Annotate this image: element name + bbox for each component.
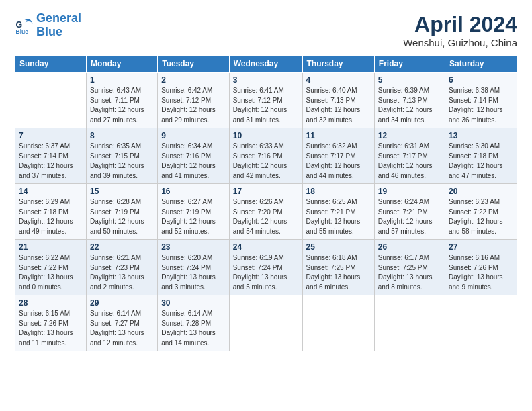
day-info: Sunrise: 6:31 AMSunset: 7:17 PMDaylight:… <box>378 142 441 181</box>
day-info: Sunrise: 6:28 AMSunset: 7:19 PMDaylight:… <box>90 197 154 236</box>
day-number: 6 <box>449 75 513 85</box>
calendar-cell: 8Sunrise: 6:35 AMSunset: 7:15 PMDaylight… <box>86 128 157 184</box>
calendar-week-row: 14Sunrise: 6:29 AMSunset: 7:18 PMDayligh… <box>15 184 517 240</box>
day-info: Sunrise: 6:21 AMSunset: 7:23 PMDaylight:… <box>90 253 154 292</box>
calendar-cell: 19Sunrise: 6:24 AMSunset: 7:21 PMDayligh… <box>374 184 445 240</box>
calendar-cell: 9Sunrise: 6:34 AMSunset: 7:16 PMDaylight… <box>158 128 230 184</box>
day-info: Sunrise: 6:24 AMSunset: 7:21 PMDaylight:… <box>378 197 441 236</box>
day-info: Sunrise: 6:35 AMSunset: 7:15 PMDaylight:… <box>90 142 154 181</box>
logo: G Blue GeneralBlue <box>15 12 81 39</box>
calendar-cell: 2Sunrise: 6:42 AMSunset: 7:12 PMDaylight… <box>158 73 230 128</box>
day-number: 10 <box>233 131 299 140</box>
day-number: 20 <box>449 187 513 196</box>
svg-text:Blue: Blue <box>16 28 29 34</box>
calendar-cell: 10Sunrise: 6:33 AMSunset: 7:16 PMDayligh… <box>229 128 302 184</box>
day-info: Sunrise: 6:34 AMSunset: 7:16 PMDaylight:… <box>161 142 226 181</box>
calendar-cell: 5Sunrise: 6:39 AMSunset: 7:13 PMDaylight… <box>374 73 445 128</box>
calendar-cell: 20Sunrise: 6:23 AMSunset: 7:22 PMDayligh… <box>445 184 517 240</box>
day-info: Sunrise: 6:42 AMSunset: 7:12 PMDaylight:… <box>161 86 226 125</box>
day-info: Sunrise: 6:39 AMSunset: 7:13 PMDaylight:… <box>378 86 441 125</box>
page: G Blue GeneralBlue April 2024 Wenshui, G… <box>0 0 532 411</box>
weekday-header: Friday <box>374 56 445 73</box>
calendar-cell: 24Sunrise: 6:19 AMSunset: 7:24 PMDayligh… <box>229 240 302 295</box>
main-title: April 2024 <box>403 12 517 37</box>
day-info: Sunrise: 6:25 AMSunset: 7:21 PMDaylight:… <box>306 197 371 236</box>
calendar-cell: 30Sunrise: 6:14 AMSunset: 7:28 PMDayligh… <box>158 295 230 351</box>
weekday-header: Sunday <box>15 56 87 73</box>
day-number: 5 <box>378 75 441 85</box>
day-number: 22 <box>90 242 154 252</box>
day-info: Sunrise: 6:30 AMSunset: 7:18 PMDaylight:… <box>449 142 513 181</box>
calendar-cell: 29Sunrise: 6:14 AMSunset: 7:27 PMDayligh… <box>86 295 157 351</box>
day-info: Sunrise: 6:14 AMSunset: 7:27 PMDaylight:… <box>90 309 154 348</box>
calendar-cell <box>445 295 517 351</box>
calendar-cell: 1Sunrise: 6:43 AMSunset: 7:11 PMDaylight… <box>86 73 157 128</box>
day-info: Sunrise: 6:33 AMSunset: 7:16 PMDaylight:… <box>233 142 299 181</box>
logo-text: GeneralBlue <box>36 12 81 39</box>
day-info: Sunrise: 6:43 AMSunset: 7:11 PMDaylight:… <box>90 86 154 125</box>
day-number: 27 <box>449 242 513 252</box>
calendar-cell: 18Sunrise: 6:25 AMSunset: 7:21 PMDayligh… <box>302 184 374 240</box>
day-info: Sunrise: 6:17 AMSunset: 7:25 PMDaylight:… <box>378 253 441 292</box>
day-info: Sunrise: 6:23 AMSunset: 7:22 PMDaylight:… <box>449 197 513 236</box>
calendar-week-row: 1Sunrise: 6:43 AMSunset: 7:11 PMDaylight… <box>15 73 517 128</box>
day-number: 4 <box>306 75 371 85</box>
day-number: 1 <box>90 75 154 85</box>
day-info: Sunrise: 6:26 AMSunset: 7:20 PMDaylight:… <box>233 197 299 236</box>
calendar-cell: 27Sunrise: 6:16 AMSunset: 7:26 PMDayligh… <box>445 240 517 295</box>
day-info: Sunrise: 6:20 AMSunset: 7:24 PMDaylight:… <box>161 253 226 292</box>
day-number: 16 <box>161 187 226 196</box>
calendar-cell: 26Sunrise: 6:17 AMSunset: 7:25 PMDayligh… <box>374 240 445 295</box>
day-number: 15 <box>90 187 154 196</box>
day-info: Sunrise: 6:14 AMSunset: 7:28 PMDaylight:… <box>161 309 226 348</box>
day-number: 24 <box>233 242 299 252</box>
calendar-cell: 14Sunrise: 6:29 AMSunset: 7:18 PMDayligh… <box>15 184 87 240</box>
day-number: 2 <box>161 75 226 85</box>
calendar-cell <box>374 295 445 351</box>
weekday-header: Tuesday <box>158 56 230 73</box>
day-number: 9 <box>161 131 226 140</box>
day-number: 17 <box>233 187 299 196</box>
day-number: 30 <box>161 298 226 308</box>
day-number: 26 <box>378 242 441 252</box>
day-info: Sunrise: 6:18 AMSunset: 7:25 PMDaylight:… <box>306 253 371 292</box>
calendar-cell: 16Sunrise: 6:27 AMSunset: 7:19 PMDayligh… <box>158 184 230 240</box>
calendar-cell: 17Sunrise: 6:26 AMSunset: 7:20 PMDayligh… <box>229 184 302 240</box>
day-info: Sunrise: 6:29 AMSunset: 7:18 PMDaylight:… <box>19 197 83 236</box>
day-info: Sunrise: 6:16 AMSunset: 7:26 PMDaylight:… <box>449 253 513 292</box>
calendar-cell: 15Sunrise: 6:28 AMSunset: 7:19 PMDayligh… <box>86 184 157 240</box>
day-number: 11 <box>306 131 371 140</box>
day-info: Sunrise: 6:27 AMSunset: 7:19 PMDaylight:… <box>161 197 226 236</box>
weekday-header: Thursday <box>302 56 374 73</box>
day-info: Sunrise: 6:37 AMSunset: 7:14 PMDaylight:… <box>19 142 83 181</box>
day-number: 18 <box>306 187 371 196</box>
calendar-cell: 4Sunrise: 6:40 AMSunset: 7:13 PMDaylight… <box>302 73 374 128</box>
day-info: Sunrise: 6:41 AMSunset: 7:12 PMDaylight:… <box>233 86 299 125</box>
day-info: Sunrise: 6:15 AMSunset: 7:26 PMDaylight:… <box>19 309 83 348</box>
calendar-week-row: 28Sunrise: 6:15 AMSunset: 7:26 PMDayligh… <box>15 295 517 351</box>
calendar-cell: 25Sunrise: 6:18 AMSunset: 7:25 PMDayligh… <box>302 240 374 295</box>
calendar-cell: 7Sunrise: 6:37 AMSunset: 7:14 PMDaylight… <box>15 128 87 184</box>
day-number: 14 <box>19 187 83 196</box>
calendar-cell: 6Sunrise: 6:38 AMSunset: 7:14 PMDaylight… <box>445 73 517 128</box>
calendar-week-row: 21Sunrise: 6:22 AMSunset: 7:22 PMDayligh… <box>15 240 517 295</box>
day-number: 13 <box>449 131 513 140</box>
day-number: 21 <box>19 242 83 252</box>
day-number: 23 <box>161 242 226 252</box>
calendar-cell: 23Sunrise: 6:20 AMSunset: 7:24 PMDayligh… <box>158 240 230 295</box>
day-number: 3 <box>233 75 299 85</box>
day-number: 7 <box>19 131 83 140</box>
calendar-cell: 13Sunrise: 6:30 AMSunset: 7:18 PMDayligh… <box>445 128 517 184</box>
day-info: Sunrise: 6:40 AMSunset: 7:13 PMDaylight:… <box>306 86 371 125</box>
subtitle: Wenshui, Guizhou, China <box>403 37 517 48</box>
calendar-cell <box>229 295 302 351</box>
calendar-week-row: 7Sunrise: 6:37 AMSunset: 7:14 PMDaylight… <box>15 128 517 184</box>
day-number: 19 <box>378 187 441 196</box>
day-number: 12 <box>378 131 441 140</box>
weekday-header-row: SundayMondayTuesdayWednesdayThursdayFrid… <box>15 56 517 73</box>
title-block: April 2024 Wenshui, Guizhou, China <box>403 12 517 48</box>
day-number: 8 <box>90 131 154 140</box>
day-number: 25 <box>306 242 371 252</box>
weekday-header: Monday <box>86 56 157 73</box>
calendar-cell: 28Sunrise: 6:15 AMSunset: 7:26 PMDayligh… <box>15 295 87 351</box>
